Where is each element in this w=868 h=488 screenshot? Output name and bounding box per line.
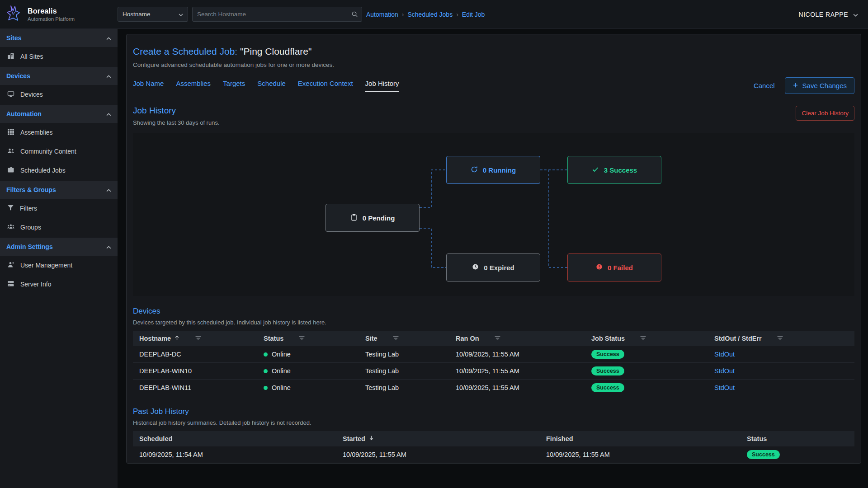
body-row: Sites All Sites Devices Devices Automati… bbox=[0, 29, 868, 488]
save-changes-button[interactable]: Save Changes bbox=[785, 77, 854, 94]
filter-icon[interactable] bbox=[640, 335, 646, 342]
tab-job-name[interactable]: Job Name bbox=[133, 80, 164, 92]
col-scheduled[interactable]: Scheduled bbox=[133, 431, 336, 446]
error-icon bbox=[596, 263, 603, 272]
sidebar-item-community-content[interactable]: Community Content bbox=[0, 142, 118, 161]
stdout-link[interactable]: StdOut bbox=[714, 384, 735, 391]
cell-ran-on: 10/09/2025, 11:55 AM bbox=[449, 351, 585, 358]
filter-icon[interactable] bbox=[299, 335, 305, 342]
filter-icon[interactable] bbox=[195, 335, 201, 342]
search-hostname-input[interactable] bbox=[192, 7, 362, 22]
sidebar-item-user-management[interactable]: User Management bbox=[0, 256, 118, 275]
tab-execution-context[interactable]: Execution Context bbox=[298, 80, 353, 92]
online-status-dot bbox=[264, 369, 268, 373]
cell-ran-on: 10/09/2025, 11:55 AM bbox=[449, 384, 585, 391]
cell-site: Testing Lab bbox=[359, 367, 449, 375]
status-badge: Success bbox=[591, 350, 624, 359]
table-row[interactable]: DEEPLAB-WIN10 Online Testing Lab 10/09/2… bbox=[133, 363, 854, 380]
sidebar-item-assemblies[interactable]: Assemblies bbox=[0, 123, 118, 142]
sidebar-section-filters-groups[interactable]: Filters & Groups bbox=[0, 181, 118, 199]
past-job-history-subtitle: Historical job history summaries. Detail… bbox=[133, 419, 854, 426]
status-text: Online bbox=[272, 367, 291, 375]
cell-finished: 10/09/2025, 11:55 AM bbox=[540, 451, 741, 458]
breadcrumb-scheduled-jobs[interactable]: Scheduled Jobs bbox=[408, 11, 453, 18]
filter-icon[interactable] bbox=[495, 335, 500, 342]
tab-targets[interactable]: Targets bbox=[223, 80, 245, 92]
cell-job-status: Success bbox=[585, 383, 708, 392]
save-changes-label: Save Changes bbox=[802, 82, 847, 89]
sidebar-item-scheduled-jobs[interactable]: Scheduled Jobs bbox=[0, 161, 118, 180]
col-hostname[interactable]: Hostname bbox=[133, 331, 257, 346]
flow-running-label: 0 Running bbox=[483, 166, 516, 174]
col-label: Hostname bbox=[139, 335, 171, 342]
sidebar-item-groups[interactable]: Groups bbox=[0, 218, 118, 237]
sidebar-section-sites[interactable]: Sites bbox=[0, 29, 118, 47]
col-finished[interactable]: Finished bbox=[540, 431, 741, 446]
check-icon bbox=[592, 166, 599, 174]
tab-schedule[interactable]: Schedule bbox=[257, 80, 286, 92]
col-status[interactable]: Status bbox=[741, 431, 854, 446]
col-started[interactable]: Started bbox=[336, 431, 540, 446]
sidebar-section-automation[interactable]: Automation bbox=[0, 105, 118, 123]
status-badge: Success bbox=[747, 450, 780, 459]
breadcrumb-edit-job[interactable]: Edit Job bbox=[462, 11, 485, 18]
job-status-flow: 0 Pending 0 Running 3 Success 0 Expired bbox=[133, 133, 854, 296]
sidebar-section-devices[interactable]: Devices bbox=[0, 67, 118, 85]
building-icon bbox=[7, 52, 14, 61]
chevron-up-icon bbox=[106, 72, 111, 80]
edit-job-panel: Create a Scheduled Job: "Ping Cloudflare… bbox=[126, 34, 861, 464]
sidebar-item-all-sites[interactable]: All Sites bbox=[0, 47, 118, 66]
filter-icon[interactable] bbox=[777, 335, 783, 342]
filter-icon bbox=[7, 204, 14, 212]
filter-icon[interactable] bbox=[393, 335, 399, 342]
cell-hostname: DEEPLAB-WIN10 bbox=[133, 367, 257, 375]
col-stdout-stderr[interactable]: StdOut / StdErr bbox=[708, 331, 854, 346]
sidebar-item-label: All Sites bbox=[20, 53, 43, 60]
col-job-status[interactable]: Job Status bbox=[585, 331, 708, 346]
table-row[interactable]: DEEPLAB-WIN11 Online Testing Lab 10/09/2… bbox=[133, 380, 854, 396]
stdout-link[interactable]: StdOut bbox=[714, 351, 735, 358]
status-badge: Success bbox=[591, 366, 624, 375]
flow-running-box[interactable]: 0 Running bbox=[446, 156, 540, 184]
status-badge: Success bbox=[591, 383, 624, 392]
tab-assemblies[interactable]: Assemblies bbox=[176, 80, 211, 92]
breadcrumb-automation[interactable]: Automation bbox=[366, 11, 398, 18]
flow-pending-box[interactable]: 0 Pending bbox=[326, 204, 420, 232]
clear-job-history-button[interactable]: Clear Job History bbox=[796, 106, 854, 121]
main-content: Create a Scheduled Job: "Ping Cloudflare… bbox=[118, 29, 868, 488]
col-site[interactable]: Site bbox=[359, 331, 449, 346]
stdout-link[interactable]: StdOut bbox=[714, 367, 735, 375]
brand[interactable]: Borealis Automation Platform bbox=[0, 5, 118, 24]
page-subtitle: Configure advanced schedulable automatio… bbox=[133, 61, 854, 68]
table-row[interactable]: 10/09/2025, 11:54 AM 10/09/2025, 11:55 A… bbox=[133, 446, 854, 463]
plus-icon bbox=[793, 82, 798, 89]
hostname-select-value: Hostname bbox=[123, 11, 151, 18]
sort-asc-icon[interactable] bbox=[174, 335, 180, 342]
sidebar-item-filters[interactable]: Filters bbox=[0, 199, 118, 218]
past-table-header: Scheduled Started Finished Status bbox=[133, 431, 854, 446]
sidebar-item-devices[interactable]: Devices bbox=[0, 85, 118, 104]
flow-expired-box[interactable]: 0 Expired bbox=[446, 253, 540, 282]
sidebar-section-admin-settings[interactable]: Admin Settings bbox=[0, 238, 118, 256]
col-ran-on[interactable]: Ran On bbox=[449, 331, 585, 346]
col-status[interactable]: Status bbox=[257, 331, 359, 346]
search-icon[interactable] bbox=[351, 11, 358, 19]
sort-desc-icon[interactable] bbox=[368, 435, 374, 442]
col-label: Status bbox=[747, 435, 767, 442]
user-menu[interactable]: NICOLE RAPPE bbox=[799, 11, 868, 18]
monitor-icon bbox=[7, 90, 14, 99]
devices-subtitle: Devices targeted by this scheduled job. … bbox=[133, 319, 854, 326]
cancel-button[interactable]: Cancel bbox=[754, 82, 775, 89]
table-row[interactable]: DEEPLAB-DC Online Testing Lab 10/09/2025… bbox=[133, 346, 854, 363]
breadcrumb-separator: › bbox=[402, 11, 404, 18]
cell-job-status: Success bbox=[585, 350, 708, 359]
tab-job-history[interactable]: Job History bbox=[365, 80, 399, 92]
sidebar-item-server-info[interactable]: Server Info bbox=[0, 275, 118, 294]
hostname-select[interactable]: Hostname bbox=[118, 7, 188, 22]
sidebar-section-label: Devices bbox=[6, 72, 30, 80]
chevron-down-icon bbox=[179, 11, 183, 18]
people-icon bbox=[7, 147, 14, 156]
flow-failed-box[interactable]: 0 Failed bbox=[567, 253, 661, 282]
borealis-logo-icon bbox=[5, 5, 24, 24]
flow-success-box[interactable]: 3 Success bbox=[567, 156, 661, 184]
